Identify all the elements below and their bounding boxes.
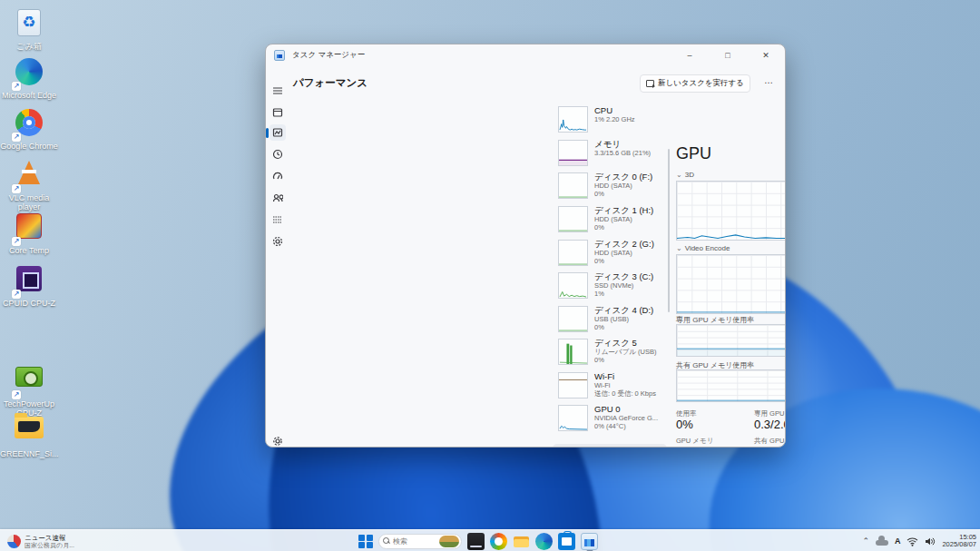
icon-label: ごみ箱 [0,42,58,51]
search-box[interactable] [378,534,462,549]
sidebar-item-gpu0[interactable]: GPU 0NVIDIA GeForce G...0% (44°C) [558,404,665,435]
cpuz-icon [16,266,42,291]
nav-processes[interactable] [270,104,286,121]
start-button[interactable] [358,534,373,549]
nav-hamburger[interactable] [270,83,286,99]
bing-daily-image-thumb [439,536,459,547]
icon-label: GREENNF_Si... [0,449,58,458]
icon-label: Google Chrome [0,142,58,151]
microsoft-store-icon[interactable] [558,533,575,550]
sidebar-item-memory[interactable]: メモリ3.3/15.6 GB (21%) [558,139,665,170]
folder-icon [15,417,44,438]
chart-video-encode-header[interactable]: ⌄Video Encode [676,244,730,252]
sidebar-selection-highlight [553,444,667,448]
news-widget-icon [7,535,21,548]
window-title: タスク マネージャー [292,50,365,61]
sidebar-item-disk5[interactable]: ディスク 5リムーバブル (USB)0% [558,338,665,369]
nav-users[interactable] [270,190,286,206]
shortcut-arrow-icon: ↗ [12,133,21,142]
icon-label: VLC media player [0,193,58,212]
sidebar-item-cpu[interactable]: CPU1% 2.20 GHz [558,105,665,136]
hamburger-icon [272,85,283,96]
shortcut-arrow-icon: ↗ [12,82,21,91]
nav-selected-accent [266,128,269,138]
wifi-mini-chart [558,372,588,398]
tray-date: 2025/08/07 [942,541,976,549]
chevron-down-icon: ⌄ [676,171,682,179]
pinned-dark-app-icon[interactable] [467,533,485,550]
taskbar: ニュース速報 国家公務員の月... ⌃ A 15: [0,529,980,551]
copilot-icon[interactable] [490,533,507,550]
edge-taskbar-icon[interactable] [535,533,553,550]
run-new-task-button[interactable]: 新しいタスクを実行する [640,74,750,93]
nav-settings[interactable] [270,433,286,448]
gpu-panel: GPU NVIDIA GeForce GTX 960 ⌄3D 0% ⌄Copy … [674,143,786,442]
wifi-icon[interactable] [906,536,918,546]
sidebar-item-disk1[interactable]: ディスク 1 (H:)HDD (SATA)0% [558,205,665,236]
widgets-button[interactable]: ニュース速報 国家公務員の月... [4,532,78,550]
volume-icon[interactable] [925,536,936,546]
cloud-icon[interactable] [876,537,888,546]
chart-3d [676,181,786,241]
shortcut-arrow-icon: ↗ [12,390,21,399]
desktop-icon-folder[interactable]: GREENNF_Si... [0,412,58,458]
sidebar-item-disk3[interactable]: ディスク 3 (C:)SSD (NVMe)1% [558,271,665,302]
chevron-down-icon: ⌄ [676,244,682,252]
nav-services[interactable] [270,233,286,250]
sidebar-scrollbar[interactable] [668,149,670,312]
sidebar-item-disk4[interactable]: ディスク 4 (D:)USB (USB)0% [558,305,665,336]
sidebar-item-disk2[interactable]: ディスク 2 (G:)HDD (SATA)0% [558,239,665,270]
shortcut-arrow-icon: ↗ [12,184,21,193]
nav-performance[interactable] [270,124,286,141]
shortcut-arrow-icon: ↗ [12,290,21,299]
shared-memory-chart [676,369,786,402]
search-icon [383,537,390,545]
title-bar[interactable]: タスク マネージャー – □ ✕ [266,44,785,66]
sidebar-item-wifi[interactable]: Wi-FiWi-Fi送信: 0 受信: 0 Kbps [558,371,665,402]
memory-mini-chart [558,140,588,166]
disk4-mini-chart [558,306,588,332]
nav-details[interactable] [270,212,286,228]
desktop-icon-chrome[interactable]: ↗ Google Chrome [0,107,58,151]
desktop-icon-recycle-bin[interactable]: ♻ ごみ箱 [0,7,58,51]
history-clock-icon [272,149,283,160]
close-button[interactable]: ✕ [747,44,785,66]
stat-usage-value: 0% [676,418,693,431]
ime-mode-indicator[interactable]: A [895,536,901,546]
stat-gpumem-value: 0.4/9.9 GB [676,445,732,448]
gpu-mini-chart [558,405,588,431]
desktop-icon-core-temp[interactable]: ↗ Core Temp [0,211,58,255]
search-input[interactable] [393,537,440,546]
performance-icon [272,127,283,138]
vlc-icon [18,161,40,184]
more-options-button[interactable]: … [764,75,774,85]
desktop: ♻ ごみ箱 ↗ Microsoft Edge ↗ Google Chrome ↗… [0,0,980,551]
task-manager-window: タスク マネージャー – □ ✕ パフォーマンス 新しいタスクを実行する … [265,44,786,448]
disk2-mini-chart [558,240,588,266]
file-explorer-icon[interactable] [513,533,530,550]
disk3-mini-chart [558,272,588,299]
desktop-icon-vlc[interactable]: ↗ VLC media player [0,158,58,212]
maximize-button[interactable]: □ [709,44,747,66]
desktop-icon-gpuz[interactable]: ↗ TechPowerUp GPU-Z [0,361,58,418]
icon-label: Core Temp [0,246,58,255]
processes-icon [272,107,283,118]
task-manager-app-icon [274,50,285,61]
task-manager-taskbar-icon[interactable] [581,533,598,550]
desktop-icon-edge[interactable]: ↗ Microsoft Edge [0,56,58,100]
clock[interactable]: 15:05 2025/08/07 [942,534,976,549]
dedicated-memory-chart [676,324,786,357]
minimize-button[interactable]: – [671,44,709,66]
disk0-mini-chart [558,172,588,199]
nav-app-history[interactable] [270,146,286,162]
nav-startup-apps[interactable] [270,168,286,184]
desktop-icon-cpuz[interactable]: ↗ CPUID CPU-Z [0,263,58,308]
tray-overflow-chevron-icon[interactable]: ⌃ [862,536,869,546]
sidebar-item-disk0[interactable]: ディスク 0 (F:)HDD (SATA)0% [558,172,665,202]
startup-gauge-icon [272,171,283,182]
settings-gear-icon [272,436,283,447]
stat-dedicated-value: 0.3/2.0 GB [754,418,786,431]
chart-3d-header[interactable]: ⌄3D [676,171,694,179]
services-icon [272,236,283,247]
page-title: パフォーマンス [293,76,368,90]
